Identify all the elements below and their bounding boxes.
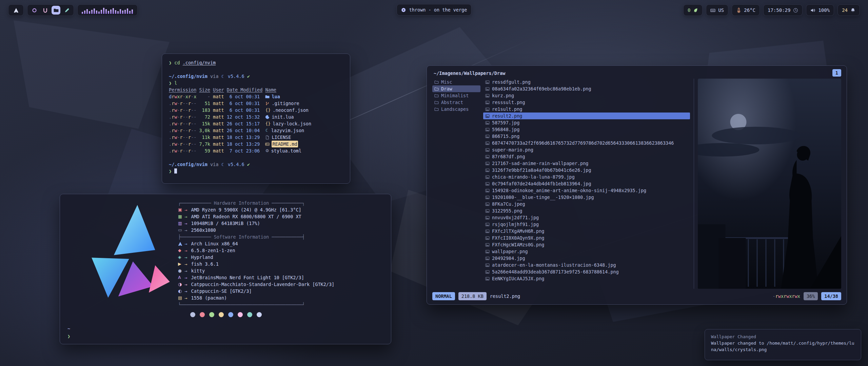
image-icon: [485, 216, 490, 220]
notifications-count: 24: [842, 7, 848, 13]
sidebar-folder[interactable]: Draw: [432, 85, 480, 92]
markdown-icon: [265, 142, 270, 146]
fm-file-row[interactable]: 217167-sad-anime-rain-wallpaper.png: [483, 160, 690, 167]
shell-command-line: ❯ cd .config/nvim: [169, 59, 343, 66]
fm-file-row[interactable]: re1sult.png: [483, 106, 690, 113]
fm-file-row[interactable]: resssult.png: [483, 99, 690, 106]
temperature-value: 26°C: [744, 7, 755, 13]
fm-file-row[interactable]: 5a266e448add93deab367d87173e9f25-6837886…: [483, 268, 690, 275]
updates-module[interactable]: 0: [683, 4, 703, 16]
statusbar-perms: -rwxrwxrwx: [773, 293, 800, 300]
thermometer-icon: [736, 8, 741, 13]
fm-file-row[interactable]: kurz.png: [483, 92, 690, 99]
workspace-button[interactable]: [41, 6, 50, 15]
image-icon: [485, 236, 490, 240]
fetch-window[interactable]: ┌─────────── Hardware Information ──────…: [60, 194, 391, 344]
fm-file-row[interactable]: 0c794faf07de24a4db4d4fb1eb813964.jpg: [483, 180, 690, 187]
image-icon: [485, 243, 490, 247]
folder-open-icon: [434, 87, 439, 91]
terminal-window[interactable]: ❯ cd .config/nvim ~/.config/nvim via ☾ v…: [162, 54, 350, 184]
notification-popup[interactable]: Wallpaper Changed Wallpaper changed to /…: [705, 329, 861, 360]
fm-file-row[interactable]: 154928-odinokoe_anime-art-anime-okno-sin…: [483, 187, 690, 194]
workspace-button[interactable]: [30, 6, 39, 15]
keyboard-layout-module[interactable]: US: [706, 4, 728, 16]
image-icon: [485, 175, 490, 179]
volume-module[interactable]: 100%: [806, 4, 834, 16]
fm-file-row[interactable]: FXfcII0X0AQyn9X.png: [483, 235, 690, 241]
fm-file-row[interactable]: 587597.jpg: [483, 119, 690, 126]
fm-file-row[interactable]: 19201080-__blue-tinge__-1920×1080.jpg: [483, 194, 690, 201]
sidebar-folder[interactable]: Minimalist: [432, 92, 480, 99]
fetch-item: ◑→Catppuccin-Macchiato-Standard-Lavender…: [178, 281, 385, 288]
palette-dot: [238, 312, 243, 317]
audio-visualizer: [82, 6, 133, 14]
image-icon: [485, 148, 490, 152]
scroll-percent-badge: 36%: [804, 292, 818, 300]
fm-file-row[interactable]: FXfcHgcWIAMzs0G.png: [483, 241, 690, 248]
kitty-icon: ●: [178, 267, 184, 274]
folder-open-icon: [434, 94, 439, 98]
folder-icon: [265, 95, 270, 99]
palette-dot: [209, 312, 214, 317]
image-icon: [485, 107, 490, 111]
file-row: .rw-r--r--3,0kmatt26 oct 10:04☾lazyvim.j…: [169, 127, 343, 134]
fm-file-row[interactable]: nnvuv0xj2df71.jpg: [483, 214, 690, 221]
fm-file-row[interactable]: 3122955.png: [483, 207, 690, 214]
palette-dot: [190, 312, 195, 317]
sidebar-folder[interactable]: Landscapes: [432, 106, 480, 113]
fm-file-row[interactable]: 596848.jpg: [483, 126, 690, 133]
notifications-module[interactable]: 24: [837, 4, 860, 16]
mode-indicator: NORMAL: [432, 292, 455, 300]
tab-badge[interactable]: 1: [832, 69, 841, 77]
fm-file-row[interactable]: FXfcJlTXgAMvH6R.png: [483, 228, 690, 235]
fm-file-row[interactable]: wallpaper.png: [483, 248, 690, 255]
fish-icon: ▶: [178, 261, 184, 267]
fm-file-row[interactable]: EeNKYgIUcAAJ5JX.png: [483, 275, 690, 282]
fm-file-row[interactable]: 8FKa7Cu.jpeg: [483, 201, 690, 207]
fm-file-row[interactable]: 87r687df.png: [483, 153, 690, 160]
icons-icon: ◐: [178, 288, 184, 294]
sidebar-folder[interactable]: Misc: [432, 79, 480, 85]
fm-file-row[interactable]: 3126f7e9bbf21a8a4af0b67b041c6e26.jpg: [483, 167, 690, 174]
fm-file-row[interactable]: 68747470733a2f2f696d616765732d7769786d70…: [483, 140, 690, 146]
sidebar-folder[interactable]: Abstract: [432, 99, 480, 106]
music-title: thrown - on the verge: [409, 7, 467, 13]
fm-file-row[interactable]: 866715.png: [483, 133, 690, 140]
color-palette: [190, 312, 262, 317]
fm-file-row[interactable]: chica-mirando-la-luna-8799.jpg: [483, 174, 690, 180]
fetch-item: ▤→1558 (pacman): [178, 294, 385, 301]
table-header: PermissionsSizeUserDate ModifiedName: [169, 86, 343, 93]
fetch-item: ▥→10948MiB / 64183MiB (17%): [178, 220, 385, 227]
image-icon: [485, 134, 490, 139]
file-manager-window[interactable]: ~/Imagenes/Wallpapers/Draw 1 MiscDrawMin…: [427, 65, 847, 305]
fm-file-row[interactable]: result2.png: [483, 113, 690, 119]
image-icon: [485, 87, 490, 91]
memory-icon: ▥: [178, 220, 184, 227]
temperature-module[interactable]: 26°C: [732, 4, 760, 16]
fetch-item: ▶→fish 3.6.1: [178, 261, 385, 267]
wallpaper-shard: [14, 20, 170, 129]
graph-widget[interactable]: [77, 4, 138, 16]
arch-icon: [178, 242, 184, 246]
file-row: .rw-r--r--11kmatt18 oct 13:29LICENSE: [169, 134, 343, 141]
workspaces[interactable]: [27, 4, 74, 16]
file-row: .rw-r--r--59matt 7 oct 23:06⚙stylua.toml: [169, 147, 343, 154]
fm-file-row[interactable]: super-mario.png: [483, 146, 690, 153]
fm-file-row[interactable]: rsjqojlmjhf91.jpg: [483, 221, 690, 228]
volume-level: 100%: [818, 7, 830, 13]
fetch-item: ▦→AMD ATI Radeon RX 6800/6800 XT / 6900 …: [178, 213, 385, 220]
leaf-icon: [693, 8, 698, 13]
fm-file-row[interactable]: 08a634fa02a32364f69ebc86a98eb1eb.png: [483, 85, 690, 92]
workspace-button[interactable]: [52, 6, 60, 15]
clock-module[interactable]: 17:50:29: [763, 4, 803, 16]
workspace-button[interactable]: [62, 6, 71, 15]
music-widget[interactable]: thrown - on the verge: [397, 4, 472, 16]
fm-file-row[interactable]: 20492984.jpg: [483, 255, 690, 262]
fetch-item: ◈→Hyprland: [178, 254, 385, 261]
launcher-button[interactable]: [8, 4, 24, 16]
gear-icon: ⚙: [265, 149, 269, 153]
file-row: .rw-r--r--72matt12 oct 15:32init.lua: [169, 114, 343, 120]
image-preview: [698, 79, 841, 289]
fm-file-row[interactable]: atardecer-en-la-montanas-ilustracion-634…: [483, 262, 690, 268]
fm-file-row[interactable]: ressdfgult.png: [483, 79, 690, 85]
